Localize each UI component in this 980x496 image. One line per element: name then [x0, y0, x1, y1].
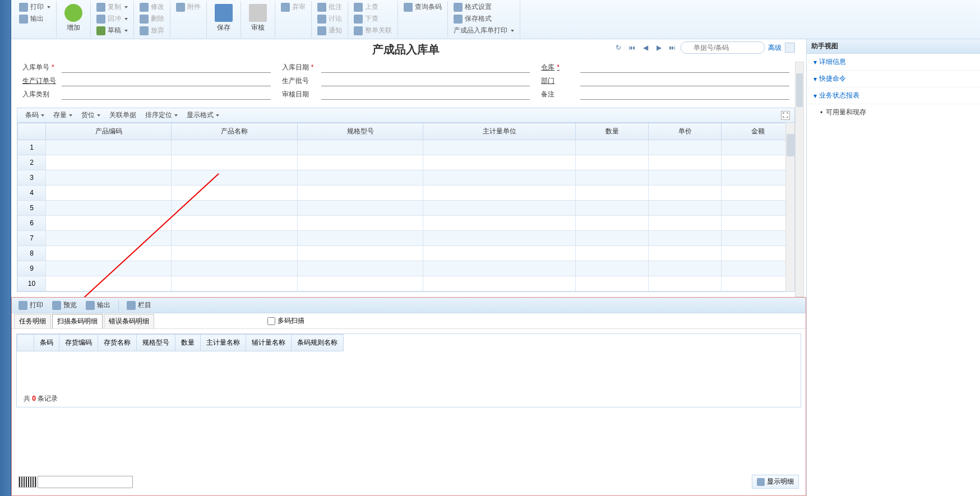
grid-cell[interactable] — [649, 186, 722, 201]
bp-col-header[interactable]: 条码 — [34, 335, 59, 351]
grid-cell[interactable] — [576, 216, 649, 231]
grid-cell[interactable] — [423, 261, 576, 276]
table-row[interactable]: 7 — [18, 231, 794, 246]
grid-cell[interactable] — [722, 186, 794, 201]
tab-scan-barcode[interactable]: 扫描条码明细 — [52, 314, 103, 328]
grid-cell[interactable] — [297, 231, 423, 246]
gt-stock[interactable]: 存量 — [50, 109, 76, 121]
grid-col-header[interactable]: 单价 — [649, 123, 722, 140]
assist-detail[interactable]: ▾详细信息 — [807, 54, 980, 71]
grid-cell[interactable] — [576, 155, 649, 170]
grid-cell[interactable] — [722, 170, 794, 186]
bp-preview[interactable]: 预览 — [49, 299, 80, 311]
search-input[interactable] — [681, 41, 765, 54]
bp-col-header[interactable]: 规格型号 — [137, 335, 175, 351]
bp-col-header[interactable]: 条码规则名称 — [292, 335, 344, 351]
grid-cell[interactable] — [576, 201, 649, 216]
grid-cell[interactable] — [423, 231, 576, 246]
doc-scrollbar[interactable] — [795, 62, 804, 297]
grid-cell[interactable] — [46, 201, 172, 216]
grid-cell[interactable] — [649, 170, 722, 186]
grid-cell[interactable] — [649, 246, 722, 261]
grid-cell[interactable] — [722, 261, 794, 276]
grid-cell[interactable] — [172, 201, 297, 216]
grid-col-header[interactable]: 产品名称 — [172, 123, 297, 140]
grid-cell[interactable] — [649, 261, 722, 276]
intype-input[interactable] — [62, 89, 271, 100]
grid-cell[interactable] — [722, 140, 794, 155]
gt-display[interactable]: 显示格式 — [183, 109, 223, 121]
table-row[interactable]: 3 — [18, 170, 794, 186]
table-row[interactable]: 6 — [18, 216, 794, 231]
grid-cell[interactable] — [297, 155, 423, 170]
grid-cell[interactable] — [423, 155, 576, 170]
multiscan-checkbox[interactable] — [267, 317, 275, 325]
grid-cell[interactable] — [46, 155, 172, 170]
audit-button[interactable]: 审核 — [244, 1, 271, 35]
grid-cell[interactable] — [576, 140, 649, 155]
grid-cell[interactable] — [172, 276, 297, 291]
table-row[interactable]: 4 — [18, 186, 794, 201]
billdate-input[interactable] — [321, 62, 530, 73]
grid-cell[interactable] — [297, 186, 423, 201]
refresh-button[interactable]: ↻ — [613, 43, 623, 53]
first-button[interactable]: ⏮ — [627, 43, 637, 53]
grid-cell[interactable] — [423, 216, 576, 231]
attach-button[interactable]: 附件 — [174, 1, 203, 13]
grid-cell[interactable] — [172, 140, 297, 155]
prodbatch-input[interactable] — [321, 75, 530, 86]
grid-cell[interactable] — [649, 276, 722, 291]
bp-export[interactable]: 输出 — [82, 299, 114, 311]
modify-button[interactable]: 修改 — [137, 1, 167, 13]
grid-cell[interactable] — [172, 155, 297, 170]
tab-error-barcode[interactable]: 错误条码明细 — [104, 314, 154, 328]
grid-cell[interactable] — [172, 246, 297, 261]
table-row[interactable]: 10 — [18, 276, 794, 291]
approve-button[interactable]: 批注 — [315, 1, 344, 13]
prodorder-input[interactable] — [62, 75, 271, 86]
tab-task-detail[interactable]: 任务明细 — [14, 314, 51, 328]
table-row[interactable]: 1 — [18, 140, 794, 155]
dept-input[interactable] — [580, 75, 789, 86]
next-button[interactable]: ▶ — [654, 43, 664, 53]
grid-cell[interactable] — [297, 201, 423, 216]
grid-cell[interactable] — [297, 170, 423, 186]
calendar-icon[interactable] — [785, 43, 795, 53]
copy-button[interactable]: 复制 — [94, 1, 130, 13]
grid-cell[interactable] — [423, 201, 576, 216]
bp-col-header[interactable]: 存货名称 — [98, 335, 137, 351]
save-button[interactable]: 保存 — [210, 1, 237, 35]
grid-cell[interactable] — [46, 216, 172, 231]
grid-cell[interactable] — [172, 261, 297, 276]
delete-button[interactable]: 删除 — [137, 13, 167, 25]
grid-cell[interactable] — [46, 231, 172, 246]
save-format-button[interactable]: 保存格式 — [451, 13, 516, 25]
warehouse-input[interactable] — [580, 62, 789, 73]
undo-button[interactable]: 回冲 — [94, 13, 130, 25]
grid-cell[interactable] — [423, 276, 576, 291]
grid-cell[interactable] — [297, 246, 423, 261]
grid-cell[interactable] — [46, 186, 172, 201]
grid-cell[interactable] — [423, 246, 576, 261]
grid-cell[interactable] — [46, 170, 172, 186]
gt-loc[interactable]: 货位 — [78, 109, 104, 121]
grid-cell[interactable] — [649, 216, 722, 231]
grid-cell[interactable] — [649, 155, 722, 170]
grid-cell[interactable] — [46, 140, 172, 155]
expand-button[interactable]: ⛶ — [781, 111, 790, 120]
table-row[interactable]: 2 — [18, 155, 794, 170]
grid-cell[interactable] — [722, 276, 794, 291]
grid-cell[interactable] — [649, 140, 722, 155]
grid-cell[interactable] — [576, 170, 649, 186]
bp-print[interactable]: 打印 — [15, 299, 47, 311]
print-button[interactable]: 打印 — [17, 1, 53, 13]
grid-cell[interactable] — [46, 276, 172, 291]
grid-cell[interactable] — [172, 170, 297, 186]
assist-sub-stock[interactable]: 可用量和现存 — [807, 104, 980, 120]
reject-button[interactable]: 弃审 — [279, 1, 308, 13]
print-doc-button[interactable]: 产成品入库单打印 — [451, 25, 516, 36]
prev-button[interactable]: ◀ — [640, 43, 650, 53]
grid-col-header[interactable]: 规格型号 — [297, 123, 423, 140]
assist-report[interactable]: ▾业务状态报表 — [807, 87, 980, 104]
lookup-button[interactable]: 下查 — [352, 13, 394, 25]
